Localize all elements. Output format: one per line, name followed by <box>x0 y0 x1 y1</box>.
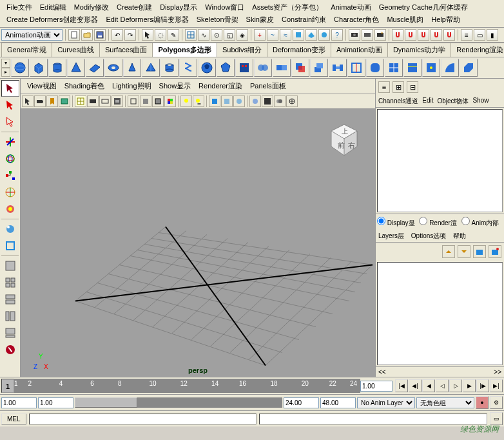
channel-menu-edit[interactable]: Edit <box>422 97 433 106</box>
render-icon[interactable] <box>349 29 360 41</box>
shelf-tab-polygons[interactable]: Polygons多边形 <box>152 43 217 57</box>
layer-radio-anim[interactable] <box>461 217 470 225</box>
shelf-tab-dynamics[interactable]: Dynamics动力学 <box>387 43 451 57</box>
playback-end-field[interactable] <box>284 397 319 408</box>
menu-modify[interactable]: Modify修改 <box>70 1 113 14</box>
boolean-icon[interactable] <box>291 59 309 77</box>
bevel-icon[interactable] <box>460 59 478 77</box>
film-gate-icon[interactable] <box>87 95 99 107</box>
new-layer-selected-icon[interactable] <box>489 245 501 258</box>
textured-icon[interactable] <box>164 95 176 107</box>
layer-prev-button[interactable]: << <box>378 368 386 375</box>
layer-radio-render[interactable] <box>419 217 427 225</box>
script-editor-icon[interactable]: ▭ <box>490 412 503 425</box>
menu-display[interactable]: Display显示 <box>156 1 201 14</box>
magnet-1-icon[interactable] <box>392 29 403 41</box>
sidebar-toggle-icon[interactable]: ▮ <box>487 29 498 41</box>
input-line-icon[interactable]: ▭ <box>474 29 485 41</box>
motion-blur-icon[interactable] <box>274 95 286 107</box>
wireframe-icon[interactable] <box>128 95 139 107</box>
sel-plane-icon[interactable] <box>305 29 317 41</box>
universal-manip-icon[interactable] <box>1 184 19 201</box>
goto-start-icon[interactable]: |◀ <box>395 379 408 392</box>
channel-menu-channels[interactable]: Channels通道 <box>378 97 418 106</box>
panel-menu-show[interactable]: Show显示 <box>155 80 195 92</box>
playback-start-field[interactable] <box>38 397 73 408</box>
isolate-icon[interactable] <box>209 95 220 107</box>
redo-icon[interactable]: ↷ <box>124 29 136 41</box>
snap-grid-icon[interactable] <box>185 29 197 41</box>
layer-radio-display[interactable] <box>377 217 385 225</box>
viewcube-icon[interactable]: 前 右 上 <box>326 122 362 158</box>
menu-character[interactable]: Character角色 <box>330 14 383 26</box>
new-layer-icon[interactable] <box>473 245 486 258</box>
goto-end-icon[interactable]: ▶| <box>490 379 503 392</box>
snap-plane-icon[interactable]: ◱ <box>224 29 235 41</box>
panel-menu-lighting[interactable]: Lighting照明 <box>108 80 155 92</box>
channel-layout-3-icon[interactable]: ⊟ <box>407 81 418 93</box>
layer-menu-layers[interactable]: Layers层 <box>378 232 404 239</box>
channel-menu-object[interactable]: Object物体 <box>438 97 469 106</box>
sel-help-icon[interactable]: ? <box>331 29 343 41</box>
extrude-icon[interactable] <box>310 59 328 77</box>
sel-sphere-icon[interactable] <box>318 29 330 41</box>
layer-body[interactable] <box>377 262 503 365</box>
channel-layout-2-icon[interactable]: ⊞ <box>393 81 404 93</box>
history-on-icon[interactable]: + <box>254 29 266 41</box>
poly-helix-icon[interactable] <box>179 59 197 77</box>
lasso-icon[interactable]: ◌ <box>155 29 166 41</box>
menu-assets[interactable]: Assets资产（分享包） <box>248 1 327 14</box>
shelf-tab-surfaces[interactable]: Surfaces曲面 <box>99 43 153 57</box>
shelf-scroll-icon[interactable]: ▸ <box>1 68 10 77</box>
viewport-3d[interactable]: 前 右 上 Y Z X persp <box>21 109 375 377</box>
viewport2-icon[interactable] <box>262 95 273 107</box>
shelf-menu-down-icon[interactable]: ▾ <box>1 59 10 68</box>
poly-pyramid-icon[interactable] <box>142 59 160 77</box>
shelf-tab-curves[interactable]: Curves曲线 <box>52 43 100 57</box>
grid-toggle-icon[interactable] <box>75 95 86 107</box>
wire-shaded-icon[interactable] <box>152 95 164 107</box>
layout-outliner-icon[interactable] <box>1 308 19 325</box>
undo-icon[interactable]: ↶ <box>111 29 123 41</box>
step-forward-key-icon[interactable]: |▶ <box>476 379 489 392</box>
channel-layout-1-icon[interactable]: ≡ <box>378 81 390 93</box>
range-start-field[interactable] <box>1 397 37 408</box>
poly-cylinder-icon[interactable] <box>48 59 66 77</box>
sel-poly-icon[interactable] <box>293 29 304 41</box>
current-time-field[interactable] <box>360 381 393 392</box>
script-mode-button[interactable]: MEL <box>1 414 26 425</box>
layer-menu-options[interactable]: Options选项 <box>411 232 446 239</box>
menu-help[interactable]: Help帮助 <box>427 14 464 26</box>
sel-surface-icon[interactable]: ≈ <box>280 29 291 41</box>
xray-icon[interactable] <box>221 95 233 107</box>
file-new-icon[interactable] <box>68 29 80 41</box>
layout-two-h-icon[interactable] <box>1 291 19 308</box>
layer-menu-help[interactable]: 帮助 <box>453 232 466 239</box>
shadows-icon[interactable] <box>193 95 204 107</box>
menu-edit-deformers[interactable]: Edit Deformers编辑变形器 <box>102 14 192 26</box>
layout-four-icon[interactable] <box>1 274 19 291</box>
magnet-5-icon[interactable] <box>443 29 455 41</box>
play-forward-icon[interactable]: ▷ <box>449 379 462 392</box>
layout-persp-icon[interactable] <box>1 325 19 341</box>
character-set-select[interactable]: 无角色组 <box>416 397 474 408</box>
snap-curve-icon[interactable]: ∿ <box>198 29 209 41</box>
anim-prefs-icon[interactable]: ⚙ <box>490 396 503 409</box>
combine-icon[interactable] <box>254 59 272 77</box>
magnet-2-icon[interactable] <box>405 29 416 41</box>
magnet-3-icon[interactable] <box>418 29 429 41</box>
gate-mask-icon[interactable] <box>111 95 123 107</box>
snap-live-icon[interactable]: ◈ <box>237 29 248 41</box>
poly-plane-icon[interactable] <box>86 59 104 77</box>
play-back-icon[interactable]: ◁ <box>436 379 449 392</box>
poly-cube-icon[interactable] <box>30 59 48 77</box>
lasso-tool-icon[interactable] <box>1 97 19 114</box>
panel-menu-view[interactable]: View视图 <box>23 80 61 92</box>
time-ruler[interactable]: 1 2 4 6 8 10 12 14 16 18 20 22 24 <box>14 379 360 393</box>
step-back-key-icon[interactable]: ◀| <box>409 379 422 392</box>
paint-tool-icon[interactable] <box>1 114 19 130</box>
poly-torus-icon[interactable] <box>104 59 122 77</box>
channel-body[interactable] <box>377 109 503 212</box>
exposure-icon[interactable] <box>286 95 298 107</box>
menu-muscle[interactable]: Muscle肌肉 <box>383 14 427 26</box>
